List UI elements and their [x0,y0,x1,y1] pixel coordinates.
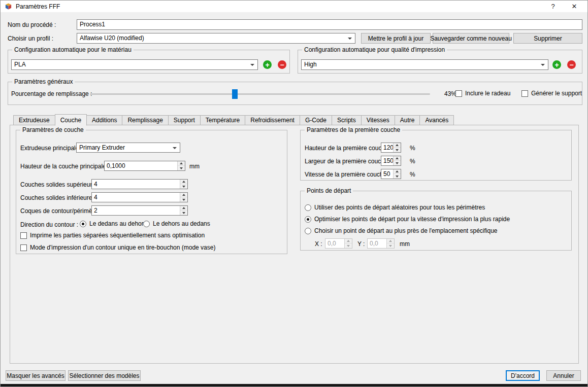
spin-up-button[interactable] [387,239,394,243]
save-as-new-button[interactable]: Sauvegarder comme nouveau [433,33,509,44]
outside-in-radio-row[interactable]: Le dehors au dedans [143,220,210,227]
infill-slider-handle[interactable] [232,89,238,99]
layer-settings-group: Paramètres de couche Extrudeuse principa… [16,130,287,254]
spinner-buttons [180,180,187,189]
start-x-spinner[interactable]: 0,0 [325,238,352,249]
include-raft-checkbox-row[interactable]: Inclure le radeau [455,90,510,97]
spin-up-button[interactable] [178,161,185,166]
app-icon [5,3,12,10]
remove-quality-button[interactable]: − [567,60,576,69]
spin-up-button[interactable] [345,239,352,243]
bottom-solid-layers-spinner[interactable]: 4 [91,192,188,202]
random-start-radio-row[interactable]: Utiliser des points de départ aléatoires… [305,204,485,211]
spin-down-button[interactable] [178,166,185,170]
close-button[interactable]: ✕ [564,1,584,12]
general-settings-group-title: Paramètres généraux [12,78,75,85]
spinner-buttons [393,156,401,165]
spin-down-button[interactable] [394,174,401,179]
spin-down-button[interactable] [180,210,187,215]
inside-out-radio[interactable] [80,221,86,227]
top-solid-layers-spinner[interactable]: 4 [91,179,188,189]
material-select[interactable]: PLA [11,59,258,70]
primary-extruder-select[interactable]: Primary Extruder [76,143,180,153]
layer-height-spinner[interactable]: 0,1000 [104,161,185,171]
optimize-start-radio-row[interactable]: Optimiser les points de départ pour la v… [305,216,510,223]
vase-mode-checkbox[interactable] [20,244,27,251]
profile-select[interactable]: Alfawise U20 (modified) [77,33,355,44]
process-name-input[interactable]: Process1 [77,19,582,30]
spin-down-button[interactable] [180,197,187,202]
top-solid-layers-label: Couches solides supérieures [20,181,99,188]
spin-up-button[interactable] [394,156,401,161]
add-quality-button[interactable]: + [552,60,561,69]
start-y-spinner[interactable]: 0,0 [367,238,395,249]
tab-remplissage[interactable]: Remplissage [122,115,168,125]
include-raft-checkbox[interactable] [455,90,462,97]
material-select-value: PLA [14,61,26,68]
spin-down-button[interactable] [394,148,401,152]
first-layer-height-spinner[interactable]: 120 [381,143,401,153]
delete-profile-button[interactable]: Supprimer [513,33,582,44]
tab-label: Support [174,117,195,124]
spin-up-button[interactable] [180,193,187,197]
tab-refroidissement[interactable]: Refroidissement [245,115,300,125]
minus-icon: − [569,61,573,68]
start-xy-unit: mm [400,240,410,248]
optimize-start-radio[interactable] [305,216,311,223]
remove-material-button[interactable]: − [278,60,286,69]
bottom-solid-layers-value: 4 [94,194,97,201]
window-title: Paramètres FFF [16,3,60,10]
outline-shells-spinner[interactable]: 2 [91,205,188,216]
hide-advanced-button[interactable]: Masquer les avancés [6,370,66,381]
spin-down-button[interactable] [345,243,352,248]
spin-down-button[interactable] [387,243,394,248]
generate-support-label: Générer le support [531,90,582,97]
spinner-buttons [344,239,352,248]
tab-support[interactable]: Support [169,115,201,125]
plus-icon: + [554,61,559,68]
tab-scripts[interactable]: Scripts [332,115,362,125]
sequential-printing-label: Imprime les parties séparées séquentiell… [30,232,205,239]
process-name-label: Nom du procédé : [8,21,56,28]
start-y-value: 0,0 [370,240,378,247]
sequential-printing-checkbox-row[interactable]: Imprime les parties séparées séquentiell… [20,232,205,239]
cancel-button[interactable]: Annuler [546,370,581,381]
tab-vitesses[interactable]: Vitesses [362,115,395,125]
first-layer-height-unit: % [410,145,415,152]
add-material-button[interactable]: + [263,60,272,69]
generate-support-checkbox-row[interactable]: Générer le support [521,90,582,97]
primary-extruder-label: Extrudeuse principale [20,145,79,152]
tab-extrudeuse[interactable]: Extrudeuse [13,115,55,125]
quality-select-value: High [304,61,317,68]
first-layer-speed-spinner[interactable]: 50 [381,169,401,179]
tab-couche[interactable]: Couche [55,114,87,126]
spin-up-button[interactable] [180,206,187,210]
spin-up-button[interactable] [180,180,187,184]
spin-down-button[interactable] [394,161,401,165]
vase-mode-checkbox-row[interactable]: Mode d'impression d'un contour unique en… [20,244,215,251]
layer-height-value: 0,1000 [107,162,125,169]
tab-additions[interactable]: Additions [87,115,122,125]
help-button[interactable]: ? [543,1,563,12]
first-layer-width-spinner[interactable]: 150 [381,156,401,166]
select-models-button[interactable]: Sélectionner des modèles [68,370,141,381]
ok-button[interactable]: D'accord [506,370,540,381]
tab-temperature[interactable]: Température [201,115,245,125]
choose-start-radio-row[interactable]: Choisir un point de départ au plus près … [305,227,498,234]
choose-start-radio[interactable] [305,228,311,234]
outside-in-radio[interactable] [143,221,150,227]
quality-select[interactable]: High [301,59,548,70]
infill-slider[interactable] [90,93,430,95]
auto-quality-group: Configuration automatique pour qualité d… [298,50,582,74]
tab-gcode[interactable]: G-Code [300,115,332,125]
tab-autre[interactable]: Autre [395,115,420,125]
update-profile-button[interactable]: Mettre le profil à jour [361,33,431,44]
sequential-printing-checkbox[interactable] [20,232,27,239]
spin-down-button[interactable] [180,184,187,189]
spin-up-button[interactable] [394,143,401,148]
inside-out-radio-row[interactable]: Le dedans au dehors [80,220,147,227]
spin-up-button[interactable] [394,169,401,174]
tab-avances[interactable]: Avancés [420,115,454,125]
generate-support-checkbox[interactable] [521,90,528,97]
random-start-radio[interactable] [305,204,311,211]
